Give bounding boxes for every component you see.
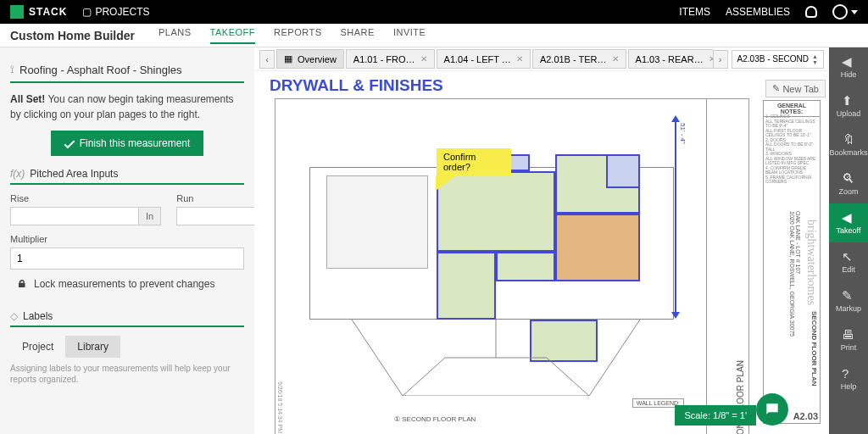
chevron-left-icon: ◀ <box>842 55 855 69</box>
plan-sheet: Confirm order? ① SECOND FLOOR PLAN WALL … <box>275 98 749 434</box>
title-block: GENERAL NOTES: 1. CEILINGSALL TERRACE CE… <box>763 100 821 424</box>
finish-measurement-button[interactable]: Finish this measurement <box>51 131 204 156</box>
builder-logo: brightwaterhomes <box>804 220 818 305</box>
timestamp: 9/26/18 5:14:34 PM <box>277 381 283 433</box>
multiplier-input[interactable] <box>10 248 244 270</box>
rise-unit: In <box>139 207 161 225</box>
tab-plans[interactable]: PLANS <box>159 27 192 44</box>
page-next-button[interactable]: › <box>713 50 728 69</box>
grid-icon: ▦ <box>284 53 292 64</box>
print-icon: 🖶︎ <box>842 328 855 342</box>
scale-indicator[interactable]: Scale: 1/8" = 1' <box>675 405 756 426</box>
tab-reports[interactable]: REPORTS <box>274 27 321 44</box>
floor-plan-label: ① SECOND FLOOR PLAN <box>394 415 476 423</box>
run-input[interactable] <box>176 207 254 225</box>
calendar-icon: ▢ <box>82 6 92 18</box>
tool-bookmarks[interactable]: 🔖︎Bookmarks <box>829 125 868 164</box>
notifications-icon[interactable] <box>805 6 817 18</box>
page-tab[interactable]: A1.03 - REAR…✕ <box>628 49 713 69</box>
page-tab[interactable]: A1.04 - LEFT …✕ <box>437 49 531 69</box>
function-icon: f(x) <box>10 168 25 180</box>
tab-takeoff[interactable]: TAKEOFF <box>210 27 255 44</box>
brand-logo[interactable]: STACK <box>10 5 67 19</box>
close-icon[interactable]: ✕ <box>420 54 427 64</box>
labels-tab-library[interactable]: Library <box>65 336 120 358</box>
tool-takeoff[interactable]: ◀Takeoff <box>829 203 868 242</box>
tab-share[interactable]: SHARE <box>341 27 375 44</box>
bookmark-icon: 🔖︎ <box>842 133 855 147</box>
rise-input[interactable] <box>10 207 139 225</box>
compass-icon: ⟟ <box>10 63 14 76</box>
page-tab[interactable]: A2.01B - TER…✕ <box>532 49 626 69</box>
page-prev-button[interactable]: ‹ <box>259 50 275 69</box>
projects-link[interactable]: ▢PROJECTS <box>82 6 149 18</box>
multiplier-label: Multiplier <box>10 234 244 244</box>
top-navbar: STACK ▢PROJECTS ITEMS ASSEMBLIES <box>0 0 868 24</box>
takeoff-icon: ◀ <box>842 211 855 225</box>
tool-print[interactable]: 🖶︎Print <box>829 320 868 359</box>
help-icon: ? <box>842 367 855 381</box>
tool-hide[interactable]: ◀Hide <box>829 47 868 86</box>
plan-title: DRYWALL & FINISHES <box>270 76 443 95</box>
user-menu[interactable] <box>832 4 858 19</box>
tool-edit[interactable]: ↖Edit <box>829 242 868 281</box>
tag-icon: ◇ <box>10 310 18 322</box>
sheet-number: A2.03 <box>793 411 818 421</box>
rise-label: Rise <box>10 193 161 203</box>
check-icon <box>64 138 75 149</box>
pitched-area-heading: f(x)Pitched Area Inputs <box>10 168 244 185</box>
lock-icon: 🔒︎ <box>17 278 27 290</box>
upload-icon: ⬆ <box>842 94 855 108</box>
measurement-name: ⟟ Roofing - Asphalt Roof - Shingles <box>10 58 244 83</box>
tool-upload[interactable]: ⬆Upload <box>829 86 868 125</box>
labels-tab-project[interactable]: Project <box>10 336 65 358</box>
page-select-dropdown[interactable]: A2.03B - SECOND▲▼ <box>732 50 824 69</box>
page-tab-overview[interactable]: ▦Overview <box>276 49 344 69</box>
tool-sidebar: ◀Hide ⬆Upload 🔖︎Bookmarks 🔍︎Zoom ◀Takeof… <box>829 47 868 434</box>
pointer-icon: ↖ <box>842 250 855 264</box>
chat-button[interactable] <box>756 393 788 426</box>
run-label: Run <box>176 193 254 203</box>
pencil-icon: ✎ <box>842 289 855 303</box>
project-subheader: Custom Home Builder PLANS TAKEOFF REPORT… <box>0 24 868 47</box>
measurement-panel: ⟟ Roofing - Asphalt Roof - Shingles All … <box>0 47 254 434</box>
tool-help[interactable]: ?Help <box>829 359 868 398</box>
labels-heading: ◇Labels <box>10 310 244 327</box>
tool-zoom[interactable]: 🔍︎Zoom <box>829 164 868 203</box>
dimension-label: 51' - 4" <box>679 123 687 144</box>
address: OAK LANE - LOT # 1071020 OAK LANE, ROSWE… <box>789 211 801 337</box>
sticky-note[interactable]: Confirm order? <box>437 148 511 175</box>
drawing-canvas[interactable]: DRYWALL & FINISHES Confirm order? ① SECO… <box>259 76 824 429</box>
plan-viewer: ‹ ▦Overview A1.01 - FRO…✕ A1.04 - LEFT …… <box>254 47 829 434</box>
tab-invite[interactable]: INVITE <box>393 27 426 44</box>
labels-hint: Assigning labels to your measurements wi… <box>10 363 244 385</box>
assemblies-link[interactable]: ASSEMBLIES <box>726 6 790 18</box>
tool-markup[interactable]: ✎Markup <box>829 281 868 320</box>
project-title: Custom Home Builder <box>10 29 135 42</box>
page-tab[interactable]: A1.01 - FRO…✕ <box>346 49 435 69</box>
close-icon[interactable]: ✕ <box>612 54 619 64</box>
zoom-icon: 🔍︎ <box>842 172 855 186</box>
close-icon[interactable]: ✕ <box>516 54 523 64</box>
instruction-text: All Set! You can now begin taking measur… <box>10 92 244 122</box>
lock-measurements[interactable]: 🔒︎Lock measurements to prevent changes <box>10 270 244 298</box>
items-link[interactable]: ITEMS <box>679 6 710 18</box>
